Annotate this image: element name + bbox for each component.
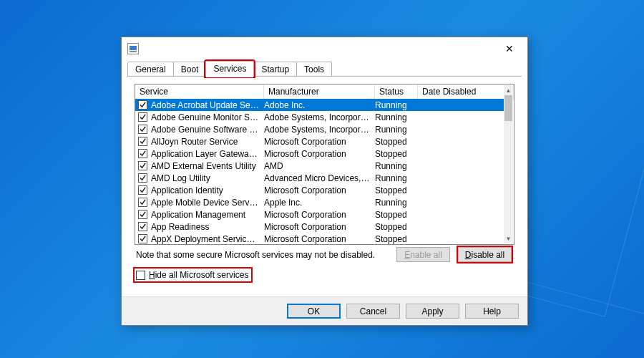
hide-microsoft-checkbox[interactable] xyxy=(136,271,145,280)
col-status[interactable]: Status xyxy=(375,84,418,99)
disable-all-button[interactable]: Disable all xyxy=(458,247,512,262)
system-icon xyxy=(127,43,139,54)
service-status: Running xyxy=(375,125,418,135)
service-row[interactable]: AllJoyn Router ServiceMicrosoft Corporat… xyxy=(135,135,504,147)
service-name: Adobe Genuine Software Integri... xyxy=(151,125,264,135)
service-status: Stopped xyxy=(375,210,418,220)
service-row[interactable]: Adobe Genuine Software Integri...Adobe S… xyxy=(135,123,504,135)
tab-startup[interactable]: Startup xyxy=(253,62,297,77)
service-status: Running xyxy=(375,112,418,122)
tab-strip: General Boot Services Startup Tools xyxy=(122,59,527,77)
service-status: Running xyxy=(375,161,418,171)
service-name: Application Layer Gateway Service xyxy=(151,149,264,159)
tab-services[interactable]: Services xyxy=(205,61,254,77)
service-row[interactable]: AMD Log UtilityAdvanced Micro Devices, I… xyxy=(135,172,504,184)
service-status: Running xyxy=(375,100,418,110)
service-checkbox[interactable] xyxy=(138,222,147,231)
service-manufacturer: Adobe Systems, Incorpora... xyxy=(264,112,375,122)
cancel-button[interactable]: Cancel xyxy=(346,304,400,319)
service-checkbox[interactable] xyxy=(138,198,147,207)
service-manufacturer: Microsoft Corporation xyxy=(264,234,375,244)
service-name: Adobe Acrobat Update Service xyxy=(151,100,264,110)
service-checkbox[interactable] xyxy=(138,210,147,219)
service-manufacturer: Microsoft Corporation xyxy=(264,222,375,232)
service-checkbox[interactable] xyxy=(138,185,147,195)
service-row[interactable]: Apple Mobile Device ServiceApple Inc.Run… xyxy=(135,196,504,208)
service-row[interactable]: AppX Deployment Service (AppX...Microsof… xyxy=(135,233,504,244)
service-manufacturer: Adobe Systems, Incorpora... xyxy=(264,125,375,135)
service-status: Stopped xyxy=(375,234,418,244)
service-name: App Readiness xyxy=(151,222,264,232)
service-manufacturer: Microsoft Corporation xyxy=(264,185,375,195)
service-checkbox[interactable] xyxy=(138,112,147,122)
msconfig-dialog: ✕ General Boot Services Startup Tools Se… xyxy=(121,37,528,326)
service-row[interactable]: App ReadinessMicrosoft CorporationStoppe… xyxy=(135,221,504,233)
service-checkbox[interactable] xyxy=(138,149,147,158)
service-row[interactable]: Adobe Acrobat Update ServiceAdobe Inc.Ru… xyxy=(135,99,504,111)
tab-boot[interactable]: Boot xyxy=(173,62,207,77)
service-manufacturer: Apple Inc. xyxy=(264,198,375,208)
scroll-down-icon[interactable]: ▼ xyxy=(504,233,513,243)
vertical-scrollbar[interactable]: ▲ ▼ xyxy=(504,85,513,243)
tab-general[interactable]: General xyxy=(127,62,174,77)
hide-microsoft-label: Hide all Microsoft services xyxy=(149,270,248,280)
enable-all-button[interactable]: Enable all xyxy=(396,247,450,262)
service-checkbox[interactable] xyxy=(138,137,147,146)
service-manufacturer: Advanced Micro Devices, I... xyxy=(264,173,375,183)
hide-microsoft-services-option[interactable]: Hide all Microsoft services xyxy=(135,268,251,281)
ok-button[interactable]: OK xyxy=(287,304,341,319)
service-row[interactable]: Application ManagementMicrosoft Corporat… xyxy=(135,208,504,221)
service-status: Stopped xyxy=(375,137,418,147)
service-manufacturer: AMD xyxy=(264,161,375,171)
service-checkbox[interactable] xyxy=(138,234,147,243)
scroll-up-icon[interactable]: ▲ xyxy=(504,85,513,95)
service-checkbox[interactable] xyxy=(138,125,147,134)
services-listview[interactable]: Service Manufacturer Status Date Disable… xyxy=(135,84,514,245)
col-manufacturer[interactable]: Manufacturer xyxy=(264,84,375,99)
service-name: AMD Log Utility xyxy=(151,173,264,183)
service-row[interactable]: AMD External Events UtilityAMDRunning xyxy=(135,160,504,172)
service-name: AllJoyn Router Service xyxy=(151,137,264,147)
scroll-thumb[interactable] xyxy=(504,95,512,121)
service-name: Apple Mobile Device Service xyxy=(151,198,264,208)
note-text: Note that some secure Microsoft services… xyxy=(136,250,375,260)
service-status: Running xyxy=(375,173,418,183)
service-status: Stopped xyxy=(375,185,418,195)
service-manufacturer: Microsoft Corporation xyxy=(264,137,375,147)
service-name: AMD External Events Utility xyxy=(151,161,264,171)
service-manufacturer: Adobe Inc. xyxy=(264,100,375,110)
service-name: AppX Deployment Service (AppX... xyxy=(151,234,264,244)
service-checkbox[interactable] xyxy=(138,173,147,183)
service-manufacturer: Microsoft Corporation xyxy=(264,149,375,159)
apply-button[interactable]: Apply xyxy=(406,304,459,319)
service-row[interactable]: Application Layer Gateway ServiceMicroso… xyxy=(135,147,504,160)
service-status: Stopped xyxy=(375,149,418,159)
help-button[interactable]: Help xyxy=(465,304,519,319)
service-status: Stopped xyxy=(375,222,418,232)
service-rows: Adobe Acrobat Update ServiceAdobe Inc.Ru… xyxy=(135,99,504,244)
service-row[interactable]: Application IdentityMicrosoft Corporatio… xyxy=(135,184,504,196)
close-button[interactable]: ✕ xyxy=(497,41,522,57)
titlebar[interactable]: ✕ xyxy=(122,37,527,59)
service-status: Running xyxy=(375,198,418,208)
col-date-disabled[interactable]: Date Disabled xyxy=(418,84,514,99)
service-row[interactable]: Adobe Genuine Monitor ServiceAdobe Syste… xyxy=(135,111,504,123)
service-checkbox[interactable] xyxy=(138,161,147,170)
column-headers[interactable]: Service Manufacturer Status Date Disable… xyxy=(135,84,514,100)
service-name: Application Management xyxy=(151,210,264,220)
service-name: Adobe Genuine Monitor Service xyxy=(151,112,264,122)
services-panel: Service Manufacturer Status Date Disable… xyxy=(127,77,522,296)
dialog-buttons: OK Cancel Apply Help xyxy=(122,296,527,325)
service-name: Application Identity xyxy=(151,185,264,195)
service-checkbox[interactable] xyxy=(138,100,147,110)
col-service[interactable]: Service xyxy=(135,84,264,99)
tab-tools[interactable]: Tools xyxy=(296,62,332,77)
service-manufacturer: Microsoft Corporation xyxy=(264,210,375,220)
